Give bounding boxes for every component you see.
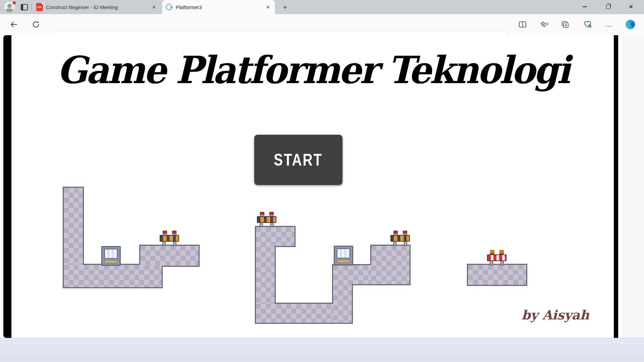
profile-notification-dot [12, 1, 16, 5]
finish-barrier-sprite [487, 250, 506, 265]
new-tab-button[interactable]: + [280, 3, 290, 12]
platform-tile [468, 265, 526, 285]
platform-tile [64, 265, 162, 287]
tab-platformer3-active[interactable]: Platformer3 ✕ [162, 0, 275, 14]
pdf-icon: PDF [36, 3, 43, 11]
tab-construct-pdf[interactable]: PDF Construct Beginner - ID Meeting ✕ [33, 0, 161, 14]
tab-actions-icon[interactable] [20, 3, 28, 11]
letterbox-right [614, 35, 618, 338]
barrier-sprite [390, 231, 410, 246]
close-tab-icon[interactable]: ✕ [150, 3, 158, 11]
construct-favicon-icon [165, 3, 173, 11]
collections-icon[interactable] [558, 17, 573, 32]
start-button-label: START [274, 150, 323, 170]
maximize-button[interactable] [600, 0, 616, 13]
divider [31, 3, 32, 11]
start-button[interactable]: START [254, 135, 342, 185]
refresh-icon[interactable] [29, 17, 43, 32]
platform-tile [140, 246, 199, 266]
minimize-button[interactable] [577, 0, 592, 13]
door-sprite [101, 246, 121, 266]
taskbar: 1 Finance headline May Trade Defici... S… [0, 338, 644, 362]
edge-sidebar: ♟♛ + ✂ [623, 35, 644, 338]
door-sprite [334, 246, 353, 265]
close-tab-icon[interactable]: ✕ [264, 3, 272, 11]
tab-title: Construct Beginner - ID Meeting [46, 4, 147, 10]
tab-strip: PDF Construct Beginner - ID Meeting ✕ Pl… [0, 0, 644, 14]
tab-title: Platformer3 [176, 4, 261, 10]
barrier-sprite [160, 231, 179, 246]
more-options-icon[interactable]: … [602, 17, 616, 32]
platform-tile [371, 246, 410, 284]
page-viewport: Game Platformer Teknologi START by Aisya… [3, 35, 623, 338]
game-title: Game Platformer Teknologi [19, 48, 607, 92]
back-icon[interactable] [7, 17, 21, 32]
author-credit: by Aisyah [522, 307, 615, 322]
barrier-sprite [257, 212, 276, 227]
browser-toolbar: https://aisyah-platformer-cc.pages.dev A… [0, 14, 644, 35]
browser-essentials-icon[interactable] [581, 17, 595, 32]
letterbox-left [3, 35, 11, 338]
close-window-button[interactable]: ✕ [623, 0, 639, 13]
favorites-bar-icon[interactable] [537, 17, 551, 32]
split-screen-icon[interactable] [516, 17, 530, 32]
copilot-icon[interactable] [623, 17, 637, 32]
